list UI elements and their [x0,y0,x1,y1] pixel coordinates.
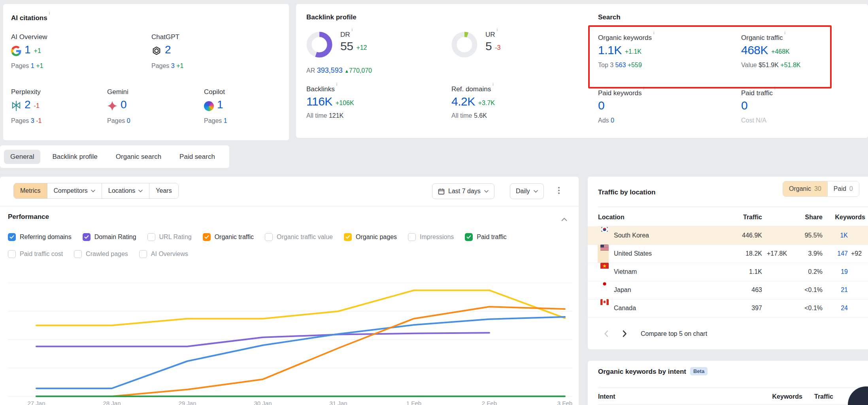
location-row-canada[interactable]: Canada397<0.1%24 [588,299,868,318]
metric-checkbox-crawled-pages[interactable]: Crawled pages [74,250,128,258]
keywords-link[interactable]: 1K [840,226,848,245]
info-icon[interactable]: i [336,82,337,87]
info-icon[interactable]: i [774,86,775,90]
dr-change: +12 [356,44,367,53]
pages-label: Pages [107,117,125,124]
ai-citation-value[interactable]: 2 [165,43,171,56]
collapse-chevron-icon[interactable] [561,216,567,223]
ur-value: 5 [485,40,492,53]
column-header-traffic: Traffic [743,214,762,221]
column-header-keywords: Keywords [835,214,865,221]
metric-checkbox-organic-traffic[interactable]: Organic traffic [203,233,254,241]
info-icon[interactable]: i [643,86,644,90]
granularity-button[interactable]: Daily [510,183,544,199]
location-name: Japan [614,281,631,299]
ref-domains-value[interactable]: 4.2K [451,95,475,108]
toggle-paid[interactable]: Paid0 [827,181,859,196]
pages-value[interactable]: 1 [31,62,34,69]
keywords-by-intent-title-text: Organic keywords by intent [598,368,686,375]
pages-value[interactable]: 3 [171,62,175,69]
flag-united-states-icon [600,245,609,263]
organic-keywords-value[interactable]: 1.1K [598,43,622,57]
location-row-south-korea[interactable]: South Korea446.9K95.5%1K [588,226,868,245]
ai-value-row: 1 [204,98,227,111]
location-row-united-states[interactable]: United States18.2K3.9%147+17.8K+92 [588,245,868,263]
metric-checkbox-organic-pages[interactable]: Organic pages [344,233,397,241]
date-range-label: Last 7 days [448,188,481,195]
performance-line-chart [0,273,579,405]
metric-checkbox-referring-domains[interactable]: Referring domains [8,233,72,241]
info-icon[interactable]: i [492,82,493,87]
keywords-link[interactable]: 147 [837,245,848,263]
top3-value[interactable]: 563 [615,62,626,68]
info-icon[interactable]: i [49,11,50,15]
metric-checkbox-impressions[interactable]: Impressions [408,233,454,241]
location-row-japan[interactable]: Japan463<0.1%21 [588,281,868,300]
card-divider [598,388,868,388]
date-range-button[interactable]: Last 7 days [432,183,494,199]
ai-value-row: 1+1 [11,43,47,56]
paid-traffic-value[interactable]: 0 [741,99,747,112]
filter-locations[interactable]: Locations [102,183,150,198]
toggle-organic[interactable]: Organic30 [783,181,827,196]
ar-value[interactable]: 393,593 [317,66,343,74]
ads-label: Ads [598,117,609,124]
tab-backlink-profile[interactable]: Backlink profile [46,150,104,164]
column-header-keywords: Keywords [772,393,802,400]
backlinks-value[interactable]: 116K [306,95,332,108]
keywords-link[interactable]: 21 [841,281,848,299]
ai-citation-value[interactable]: 0 [121,98,127,111]
info-icon[interactable]: i [352,27,353,32]
filter-years[interactable]: Years [149,183,178,198]
pages-value[interactable]: 1 [224,117,227,124]
ai-citation-value[interactable]: 1 [217,98,223,111]
tab-general[interactable]: General [4,150,40,164]
metric-checkbox-url-rating[interactable]: URL Rating [147,233,192,241]
flag-south-korea-icon [600,226,609,245]
tab-paid-search[interactable]: Paid search [173,150,221,164]
chatgpt-icon [151,46,162,56]
x-axis-tick-label: 2 Feb [472,400,507,405]
paid-keywords-value[interactable]: 0 [598,99,604,112]
location-name: United States [614,245,652,263]
filter-metrics[interactable]: Metrics [14,183,47,198]
prev-page-icon[interactable] [604,330,609,337]
traffic-value: 463 [751,281,762,299]
url-rating-donut [451,32,477,58]
keywords-link[interactable]: 24 [841,299,848,317]
compare-top5-link[interactable]: Compare top 5 on chart [641,330,707,337]
info-icon[interactable]: i [497,27,498,32]
metric-checkbox-label: Organic pages [356,234,397,241]
keywords-link[interactable]: 19 [841,263,848,281]
location-row-vietnam[interactable]: Vietnam1.1K0.2%19 [588,263,868,281]
ai-citations-title: AI citationsi [11,13,50,22]
metric-checkbox-paid-traffic[interactable]: Paid traffic [465,233,506,241]
more-options-button[interactable] [557,185,561,196]
x-axis-tick-label: 1 Feb [396,400,432,405]
backlink-profile-title: Backlink profile [306,13,357,21]
organic-traffic-value[interactable]: 468K [741,43,768,57]
calendar-icon [438,188,445,195]
pages-value[interactable]: 3 [31,117,34,124]
domain-rating-donut [306,32,332,58]
ads-value[interactable]: 0 [611,117,614,124]
traffic-value: 397 [751,299,762,317]
pages-value[interactable]: 0 [127,117,130,124]
metric-checkbox-domain-rating[interactable]: Domain Rating [83,233,136,241]
info-icon[interactable]: i [653,30,654,35]
metric-checkbox-ai-overviews[interactable]: AI Overviews [139,250,188,258]
unchecked-checkbox-icon [408,233,416,241]
share-value: <0.1% [804,281,823,299]
metric-checkbox-paid-traffic-cost[interactable]: Paid traffic cost [8,250,63,258]
filter-competitors[interactable]: Competitors [47,183,102,198]
tab-organic-search[interactable]: Organic search [109,150,168,164]
ai-citation-value[interactable]: 1 [25,43,31,56]
metric-checkbox-organic-traffic-value[interactable]: Organic traffic value [265,233,333,241]
organic-keywords-metric: Organic keywordsi 1.1K+1.1K Top 3 563 +5… [598,33,655,69]
info-icon[interactable]: i [785,30,785,35]
ref-domains-change: +3.7K [478,100,495,108]
ai-source-name: ChatGPT [151,33,183,41]
ai-citation-value[interactable]: 2 [25,98,31,111]
checked-checkbox-icon [8,233,16,241]
next-page-icon[interactable] [622,330,627,337]
